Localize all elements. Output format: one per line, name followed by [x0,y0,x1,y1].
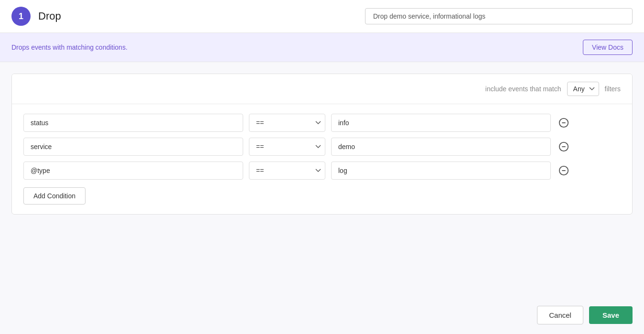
subheader: Drops events with matching conditions. V… [0,33,644,62]
condition-row-3: == != > < [23,162,621,180]
condition-operator-1[interactable]: == != > < [249,114,325,132]
page-title: Drop [38,10,357,22]
match-label: include events that match [485,85,561,93]
header: 1 Drop [0,0,644,33]
main-content: include events that match Any All filter… [0,62,644,296]
condition-field-1[interactable] [23,114,243,132]
minus-circle-icon-2 [558,141,569,152]
condition-row-2: == != > < [23,138,621,156]
cancel-button[interactable]: Cancel [537,306,583,324]
condition-operator-2[interactable]: == != > < [249,138,325,156]
condition-operator-3[interactable]: == != > < [249,162,325,180]
filter-card: include events that match Any All filter… [11,74,633,215]
remove-condition-3[interactable] [557,163,571,178]
condition-row-1: == != > < [23,114,621,132]
pipeline-name-input[interactable] [365,8,633,24]
condition-value-2[interactable] [331,138,551,156]
match-select[interactable]: Any All [567,82,599,96]
step-number: 1 [19,11,23,22]
condition-field-2[interactable] [23,138,243,156]
filters-label: filters [605,85,621,93]
footer: Cancel Save [0,296,644,334]
remove-condition-1[interactable] [557,116,571,130]
remove-condition-2[interactable] [557,140,571,154]
filter-card-header: include events that match Any All filter… [12,74,632,104]
condition-field-3[interactable] [23,162,243,180]
save-button[interactable]: Save [589,306,633,324]
page-container: 1 Drop Drops events with matching condit… [0,0,644,334]
subheader-description: Drops events with matching conditions. [11,43,128,51]
filter-body: == != > < [12,104,632,214]
add-condition-button[interactable]: Add Condition [23,187,86,205]
minus-circle-icon-3 [558,165,569,176]
condition-value-1[interactable] [331,114,551,132]
condition-value-3[interactable] [331,162,551,180]
view-docs-button[interactable]: View Docs [583,40,633,55]
minus-circle-icon-1 [558,118,569,128]
step-badge: 1 [11,7,31,26]
